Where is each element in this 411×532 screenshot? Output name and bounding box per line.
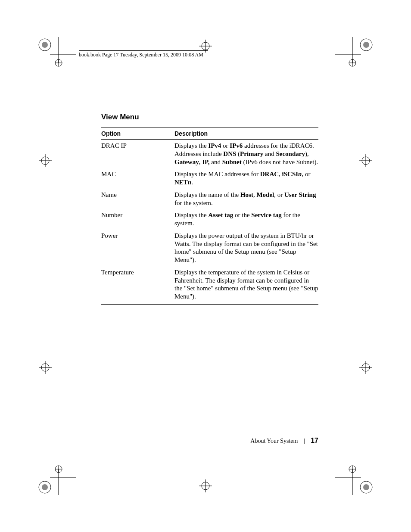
description-cell: Displays the MAC addresses for DRAC, iSC… <box>174 168 318 189</box>
table-row: Temperature Displays the temperature of … <box>101 266 318 305</box>
description-cell: Displays the Asset tag or the Service ta… <box>174 209 318 230</box>
option-cell: DRAC IP <box>101 140 174 168</box>
option-cell: Power <box>101 230 174 266</box>
view-menu-table: Option Description DRAC IP Displays the … <box>101 128 318 305</box>
crop-mark-icon <box>37 456 76 495</box>
register-cross-icon <box>199 40 212 53</box>
description-cell: Displays the temperature of the system i… <box>174 266 318 305</box>
page-footer: About Your System | 17 <box>101 437 318 445</box>
running-header: book.book Page 17 Tuesday, September 15,… <box>79 50 208 58</box>
option-cell: Number <box>101 209 174 230</box>
col-header-option: Option <box>101 128 174 140</box>
option-cell: Temperature <box>101 266 174 305</box>
register-cross-icon <box>359 154 372 167</box>
page-number: 17 <box>311 437 318 444</box>
description-cell: Displays the IPv4 or IPv6 addresses for … <box>174 140 318 168</box>
table-row: Name Displays the name of the Host, Mode… <box>101 189 318 209</box>
crop-mark-icon <box>335 37 374 76</box>
svg-point-1 <box>42 42 48 48</box>
register-cross-icon <box>359 361 372 374</box>
option-cell: MAC <box>101 168 174 189</box>
table-row: DRAC IP Displays the IPv4 or IPv6 addres… <box>101 140 318 168</box>
footer-separator: | <box>304 438 305 445</box>
table-row: MAC Displays the MAC addresses for DRAC,… <box>101 168 318 189</box>
table-row: Power Displays the power output of the s… <box>101 230 318 266</box>
section-title: View Menu <box>101 113 318 121</box>
option-cell: Name <box>101 189 174 209</box>
register-cross-icon <box>39 154 52 167</box>
crop-mark-icon <box>37 37 76 76</box>
table-row: Number Displays the Asset tag or the Ser… <box>101 209 318 230</box>
description-cell: Displays the name of the Host, Model, or… <box>174 189 318 209</box>
page-content: View Menu Option Description DRAC IP Dis… <box>101 113 318 305</box>
col-header-description: Description <box>174 128 318 140</box>
crop-mark-icon <box>335 456 374 495</box>
svg-point-8 <box>363 42 369 48</box>
register-cross-icon <box>39 361 52 374</box>
svg-point-22 <box>363 484 369 490</box>
footer-section: About Your System <box>250 438 298 444</box>
description-cell: Displays the power output of the system … <box>174 230 318 266</box>
svg-point-15 <box>42 484 48 490</box>
register-cross-icon <box>199 479 212 492</box>
